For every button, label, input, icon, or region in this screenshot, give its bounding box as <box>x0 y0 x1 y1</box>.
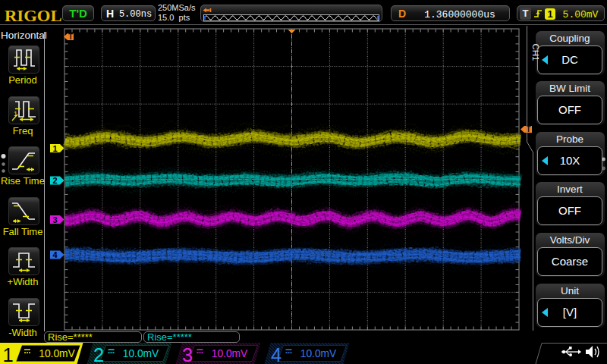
svg-text:1: 1 <box>52 144 57 153</box>
svg-text:CH1: CH1 <box>531 43 540 61</box>
svg-text:2: 2 <box>52 176 57 185</box>
svg-text:T: T <box>68 33 73 41</box>
svg-text:3: 3 <box>52 215 57 224</box>
svg-text:4: 4 <box>52 250 58 259</box>
